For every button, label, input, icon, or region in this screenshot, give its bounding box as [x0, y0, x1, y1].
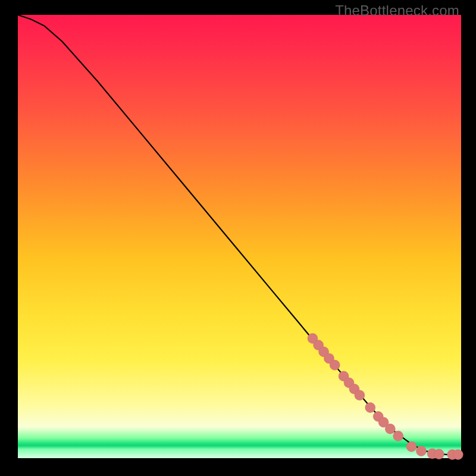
data-marker: [385, 424, 395, 434]
data-marker: [406, 441, 416, 452]
data-marker: [393, 431, 403, 441]
chart-overlay: [18, 15, 461, 458]
data-marker: [434, 449, 444, 459]
data-marker: [355, 390, 365, 400]
bottleneck-curve: [18, 15, 461, 455]
data-marker: [330, 360, 340, 370]
data-marker: [453, 450, 463, 460]
chart-frame: TheBottleneck.com: [0, 0, 476, 476]
data-marker: [416, 446, 426, 456]
marker-group: [308, 333, 463, 459]
data-marker: [365, 403, 375, 413]
